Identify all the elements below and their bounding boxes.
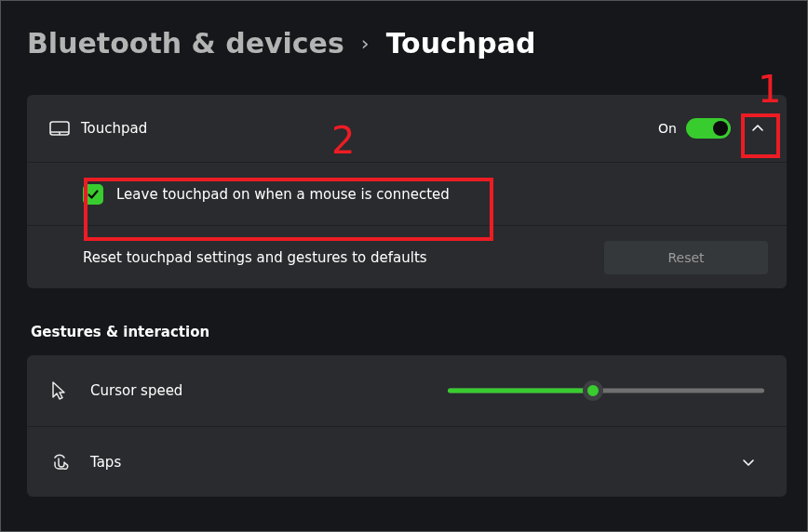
- gestures-heading: Gestures & interaction: [31, 324, 787, 340]
- breadcrumb-parent[interactable]: Bluetooth & devices: [27, 27, 344, 60]
- chevron-down-icon: [742, 456, 755, 469]
- touchpad-toggle[interactable]: [686, 118, 731, 139]
- taps-row[interactable]: Taps: [27, 426, 787, 497]
- touchpad-settings-panel: Touchpad On Leave touchpad on when a mou…: [27, 95, 787, 288]
- leave-touchpad-on-label: Leave touchpad on when a mouse is connec…: [116, 186, 450, 203]
- breadcrumb-current: Touchpad: [386, 27, 536, 60]
- reset-row: Reset touchpad settings and gestures to …: [27, 225, 787, 288]
- cursor-speed-label: Cursor speed: [90, 382, 182, 399]
- checkmark-icon: [87, 188, 100, 201]
- chevron-up-icon: [751, 122, 764, 135]
- leave-touchpad-on-row[interactable]: Leave touchpad on when a mouse is connec…: [27, 162, 787, 225]
- touchpad-row[interactable]: Touchpad On: [27, 95, 787, 162]
- cursor-icon: [49, 380, 81, 401]
- touchpad-toggle-state: On: [658, 121, 677, 136]
- cursor-speed-row[interactable]: Cursor speed: [27, 355, 787, 426]
- leave-touchpad-on-checkbox[interactable]: [83, 184, 103, 205]
- reset-label: Reset touchpad settings and gestures to …: [83, 249, 427, 266]
- breadcrumb: Bluetooth & devices › Touchpad: [27, 27, 787, 60]
- tap-icon: [49, 452, 81, 472]
- taps-label: Taps: [90, 454, 121, 471]
- touchpad-icon: [49, 121, 81, 136]
- chevron-right-icon: ›: [361, 32, 370, 55]
- touchpad-label: Touchpad: [81, 120, 147, 137]
- cursor-speed-slider[interactable]: [448, 381, 764, 400]
- reset-button[interactable]: Reset: [604, 241, 768, 274]
- gestures-panel: Cursor speed Taps: [27, 355, 787, 497]
- taps-expand-button[interactable]: [729, 443, 768, 482]
- collapse-button[interactable]: [738, 109, 777, 148]
